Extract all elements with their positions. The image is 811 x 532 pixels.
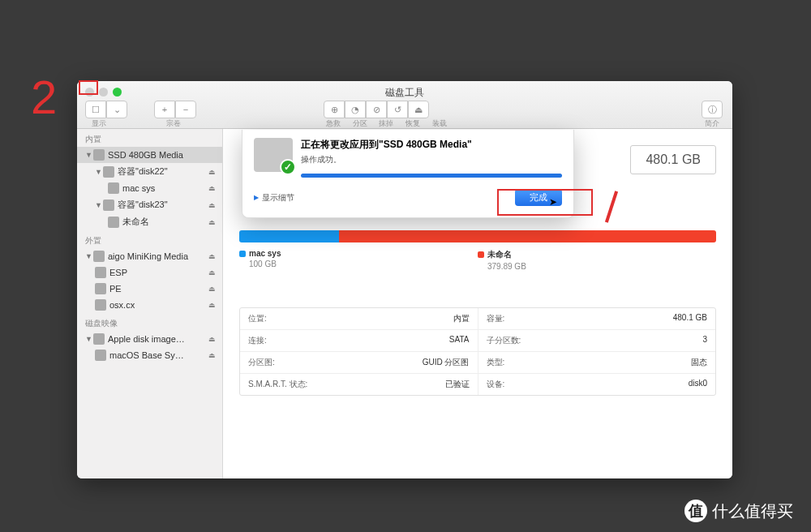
eject-icon[interactable]: ⏏ xyxy=(208,184,216,192)
volume-icon xyxy=(95,350,106,361)
partition-segment xyxy=(239,230,339,242)
swatch-icon xyxy=(239,251,246,257)
table-row: S.M.A.R.T. 状态:已验证 设备:disk0 xyxy=(240,374,715,395)
eject-icon[interactable]: ⏏ xyxy=(208,268,216,277)
info-value: SATA xyxy=(449,335,470,346)
legend-size: 379.89 GB xyxy=(487,262,526,271)
info-key: 连接: xyxy=(248,335,267,346)
first-aid-button[interactable]: ⊕ xyxy=(324,101,345,118)
sidebar-item[interactable]: mac sys⏏ xyxy=(77,180,222,196)
sidebar-item[interactable]: osx.cx⏏ xyxy=(77,297,222,313)
toolbar-label: 装载 xyxy=(432,118,447,129)
legend-name: 未命名 xyxy=(487,250,512,259)
volume-remove-button[interactable]: − xyxy=(175,101,196,118)
sidebar-item[interactable]: ▼容器"disk23"⏏ xyxy=(77,196,222,213)
eject-icon[interactable]: ⏏ xyxy=(208,351,216,359)
sidebar-item[interactable]: macOS Base Sy…⏏ xyxy=(77,347,222,363)
show-details-toggle[interactable]: 显示细节 xyxy=(254,192,294,204)
watermark: 值 什么值得买 xyxy=(684,500,793,522)
erase-button[interactable]: ⊘ xyxy=(366,101,387,118)
toolbar-label: 分区 xyxy=(353,118,367,129)
disk-icon xyxy=(93,251,105,262)
sidebar-item-label: osx.cx xyxy=(109,300,135,310)
disk-icon xyxy=(93,149,105,161)
titlebar: 磁盘工具 ☐ ⌄ 显示 + − 宗卷 ⊕ ◔ ⊘ ↺ ⏏ 急救 分区 抹掉 恢复… xyxy=(77,81,732,129)
sidebar-item-ssd[interactable]: ▼SSD 480GB Media xyxy=(77,147,222,163)
table-row: 连接:SATA 子分区数:3 xyxy=(240,330,715,352)
dialog-title: 正在将更改应用到"SSD 480GB Media" xyxy=(301,138,562,152)
sidebar-toggle-button[interactable]: ☐ xyxy=(85,101,106,118)
dialog-subtitle: 操作成功。 xyxy=(301,154,562,165)
toolbar-label: 恢复 xyxy=(406,118,420,129)
sidebar-section-external: 外置 xyxy=(77,230,222,248)
partition-button[interactable]: ◔ xyxy=(345,101,366,118)
toolbar-label: 抹掉 xyxy=(379,118,393,129)
sidebar: 内置 ▼SSD 480GB Media ▼容器"disk22"⏏ mac sys… xyxy=(77,129,223,478)
watermark-text: 什么值得买 xyxy=(712,500,793,522)
disk-icon: ✓ xyxy=(254,138,293,172)
sidebar-section-images: 磁盘映像 xyxy=(77,313,222,331)
unmount-button[interactable]: ⏏ xyxy=(408,101,429,118)
window-title: 磁盘工具 xyxy=(77,86,732,100)
info-value: 已验证 xyxy=(445,379,470,390)
info-button[interactable]: ⓘ xyxy=(702,101,723,118)
container-icon xyxy=(103,200,114,211)
info-key: 类型: xyxy=(487,357,505,368)
toolbar-label: 宗卷 xyxy=(166,118,181,129)
sidebar-item-label: 容器"disk22" xyxy=(118,165,168,178)
info-key: 设备: xyxy=(487,379,505,390)
table-row: 分区图:GUID 分区图 类型:固态 xyxy=(240,352,715,374)
sidebar-item-label: SSD 480GB Media xyxy=(108,150,183,160)
sidebar-item-label: macOS Base Sy… xyxy=(109,350,184,360)
eject-icon[interactable]: ⏏ xyxy=(208,218,216,226)
toolbar-label: 急救 xyxy=(326,118,341,129)
toolbar-label: 简介 xyxy=(705,118,719,129)
sidebar-section-internal: 内置 xyxy=(77,129,222,147)
checkmark-icon: ✓ xyxy=(280,159,296,175)
sidebar-item-label: mac sys xyxy=(122,183,155,193)
sidebar-item[interactable]: ▼aigo MiniKing Media⏏ xyxy=(77,248,222,264)
volume-icon xyxy=(108,182,119,194)
toolbar-label: 显示 xyxy=(92,118,106,129)
volume-icon xyxy=(95,299,106,311)
annotation-box xyxy=(79,80,98,95)
sidebar-item[interactable]: 未命名⏏ xyxy=(77,213,222,230)
info-table: 位置:内置 容量:480.1 GB 连接:SATA 子分区数:3 分区图:GUI… xyxy=(239,307,716,396)
info-value: 固态 xyxy=(691,357,707,368)
info-value: disk0 xyxy=(689,379,707,390)
sidebar-item-label: 未命名 xyxy=(122,216,149,228)
sidebar-item[interactable]: ▼Apple disk image…⏏ xyxy=(77,331,222,347)
dmg-icon xyxy=(93,333,105,345)
capacity-box: 480.1 GB xyxy=(630,145,716,174)
info-value: 内置 xyxy=(453,313,470,324)
progress-bar xyxy=(301,174,562,178)
volume-icon xyxy=(108,217,119,228)
partition-segment xyxy=(339,230,716,242)
restore-button[interactable]: ↺ xyxy=(387,101,408,118)
sidebar-item[interactable]: ESP⏏ xyxy=(77,264,222,281)
container-icon xyxy=(103,166,114,178)
eject-icon[interactable]: ⏏ xyxy=(208,168,216,176)
view-menu-button[interactable]: ⌄ xyxy=(106,101,127,118)
eject-icon[interactable]: ⏏ xyxy=(208,301,216,309)
volume-add-button[interactable]: + xyxy=(154,101,175,118)
info-key: S.M.A.R.T. 状态: xyxy=(248,379,307,390)
sidebar-item-label: ESP xyxy=(109,268,127,277)
eject-icon[interactable]: ⏏ xyxy=(208,335,216,343)
volume-icon xyxy=(95,283,106,294)
eject-icon[interactable]: ⏏ xyxy=(208,201,216,209)
eject-icon[interactable]: ⏏ xyxy=(208,252,216,260)
sidebar-item-label: aigo MiniKing Media xyxy=(108,251,188,261)
annotation-number: 2 xyxy=(31,70,57,124)
partition-bar xyxy=(239,230,716,242)
partition-legend: mac sys 100 GB 未命名 379.89 GB xyxy=(239,249,716,271)
info-value: 480.1 GB xyxy=(673,313,707,324)
legend-item: mac sys 100 GB xyxy=(239,249,478,271)
info-key: 容量: xyxy=(487,313,505,324)
info-key: 子分区数: xyxy=(487,335,521,346)
sidebar-item[interactable]: ▼容器"disk22"⏏ xyxy=(77,163,222,180)
details-label: 显示细节 xyxy=(262,192,294,204)
eject-icon[interactable]: ⏏ xyxy=(208,285,216,293)
annotation-box xyxy=(497,189,593,216)
sidebar-item[interactable]: PE⏏ xyxy=(77,281,222,297)
